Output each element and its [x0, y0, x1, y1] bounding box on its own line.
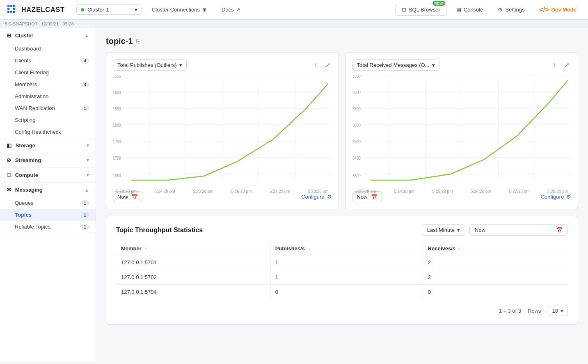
- table-row: 127.0.0.1:5701 1 2: [116, 255, 568, 270]
- members-badge: 4: [81, 82, 89, 87]
- svg-text:1750: 1750: [113, 139, 121, 144]
- rx-label-5: 5:27:28 pm: [509, 189, 529, 194]
- table-footer: 1 – 3 of 3 Rows 10 ▾: [116, 306, 568, 316]
- sidebar-item-members[interactable]: Members 4: [0, 78, 96, 90]
- topics-label: Topics: [15, 212, 32, 218]
- svg-text:3500: 3500: [352, 139, 361, 144]
- page-title-row: topic-1 ⎘: [106, 37, 578, 46]
- storage-chevron-icon: ▾: [87, 143, 89, 148]
- chart-right-title-select[interactable]: Total Received Messages (O... ▾: [352, 60, 439, 71]
- logo: HAZELCAST: [7, 4, 65, 16]
- rx-label-6: 5:28:28 pm: [547, 189, 568, 194]
- svg-text:3300: 3300: [352, 173, 361, 178]
- chart-left-title-select[interactable]: Total Publishes (Outliers) ▾: [113, 60, 187, 71]
- member-cell: 127.0.0.1:5701: [116, 255, 270, 270]
- dashboard-label: Dashboard: [15, 46, 41, 52]
- rows-label: Rows: [528, 308, 541, 314]
- col-member: Member ↑: [116, 242, 270, 255]
- sidebar-compute-header[interactable]: ⬡ Compute ▾: [0, 168, 96, 182]
- sidebar-streaming-header[interactable]: ⊘ Streaming ▾: [0, 153, 96, 167]
- sidebar-messaging-header[interactable]: ✉ Messaging ▲: [0, 183, 96, 197]
- stats-header: Topic Throughput Statistics Last Minute …: [116, 224, 568, 236]
- stats-table-body: 127.0.0.1:5701 1 2 127.0.0.1:5702 1 2 12…: [116, 255, 568, 300]
- chart-left-configure-button[interactable]: Configure ⚙: [301, 194, 332, 200]
- configure-gear-icon: ⚙: [327, 194, 332, 200]
- rows-per-page-value: 10: [552, 308, 558, 314]
- messaging-chevron-icon: ▲: [85, 188, 89, 192]
- rows-per-page-select[interactable]: 10 ▾: [548, 306, 568, 316]
- publishes-sort-icon[interactable]: ↑: [308, 246, 311, 251]
- chart-left-title: Total Publishes (Outliers): [117, 62, 177, 68]
- chart-left-dropdown-icon: ▾: [179, 62, 182, 68]
- x-label-1: 5:23:28 pm: [116, 189, 137, 194]
- chart-right-add-button[interactable]: ＋: [549, 60, 559, 70]
- messaging-section-icon: ✉: [7, 187, 11, 193]
- sidebar-item-clients[interactable]: Clients 4: [0, 55, 96, 66]
- x-label-3: 5:25:28 pm: [193, 189, 213, 194]
- stats-title: Topic Throughput Statistics: [116, 227, 203, 234]
- publishes-cell: 0: [270, 285, 423, 300]
- sidebar-item-scripting[interactable]: Scripting: [0, 114, 96, 126]
- chart-right-expand-button[interactable]: ⤢: [563, 60, 571, 70]
- stats-time-range-select[interactable]: Last Minute ▾: [422, 224, 465, 236]
- sidebar-item-administration[interactable]: Administration: [0, 90, 96, 102]
- console-icon: ▤: [456, 7, 461, 13]
- cluster-connections-label: Cluster Connections: [152, 7, 200, 13]
- reliable-topics-label: Reliable Topics: [15, 224, 50, 230]
- svg-text:3400: 3400: [352, 156, 361, 160]
- wan-replication-label: WAN Replication: [15, 105, 55, 111]
- sidebar-cluster-header[interactable]: ⊞ Cluster ▲: [0, 28, 96, 43]
- col-receives: Receives/s ↑: [423, 242, 568, 255]
- svg-text:1800: 1800: [113, 123, 121, 128]
- docs-external-icon: ↗: [236, 7, 240, 12]
- docs-button[interactable]: Docs ↗: [217, 4, 245, 15]
- x-label-6: 5:28:28 pm: [308, 189, 328, 194]
- sidebar-item-queues[interactable]: Queues 1: [0, 197, 96, 209]
- stats-time-range-label: Last Minute: [427, 227, 455, 233]
- sidebar-storage-header[interactable]: ◧ Storage ▾: [0, 138, 96, 153]
- sidebar-item-config-healthcheck[interactable]: Config Healthcheck: [0, 126, 96, 138]
- settings-button[interactable]: ⚙ Settings: [493, 4, 529, 15]
- x-label-2: 5:24:28 pm: [154, 189, 175, 194]
- compute-chevron-icon: ▾: [87, 172, 89, 178]
- sidebar-item-reliable-topics[interactable]: Reliable Topics 1: [0, 221, 96, 233]
- svg-rect-2: [13, 5, 15, 7]
- stats-time-value: Now: [475, 227, 485, 233]
- console-button[interactable]: ▤ Console: [451, 4, 488, 15]
- rx-label-4: 5:26:28 pm: [471, 189, 491, 194]
- stats-date-input[interactable]: Now 📅: [469, 224, 568, 236]
- receives-sort-icon[interactable]: ↑: [459, 246, 461, 251]
- col-publishes: Publishes/s ↑: [270, 242, 423, 255]
- logo-text: HAZELCAST: [21, 6, 65, 14]
- stats-table-head: Member ↑ Publishes/s ↑ Receives/s ↑: [116, 242, 568, 255]
- rx-label-3: 5:25:28 pm: [432, 189, 453, 194]
- sidebar-item-dashboard[interactable]: Dashboard: [0, 43, 96, 55]
- cluster-chevron-icon: ▲: [85, 33, 89, 38]
- copy-icon[interactable]: ⎘: [136, 38, 140, 45]
- sidebar: ⊞ Cluster ▲ Dashboard Clients 4 Client F…: [0, 28, 96, 361]
- chart-left-expand-button[interactable]: ⤢: [323, 60, 332, 70]
- streaming-section-label: Streaming: [15, 157, 41, 163]
- sidebar-item-client-filtering[interactable]: Client Filtering: [0, 66, 96, 78]
- chart-left-svg: 1950 1900 1850 1800 1750 1700 1650: [113, 76, 332, 186]
- sidebar-section-cluster: ⊞ Cluster ▲ Dashboard Clients 4 Client F…: [0, 28, 96, 138]
- col-receives-label: Receives/s: [428, 245, 455, 252]
- col-member-label: Member: [121, 245, 142, 252]
- sidebar-item-wan-replication[interactable]: WAN Replication 1: [0, 102, 96, 114]
- publishes-cell: 1: [270, 255, 423, 270]
- table-row: 127.0.0.1:5702 1 2: [116, 270, 568, 285]
- sidebar-item-topics[interactable]: Topics 1: [0, 209, 96, 221]
- chart-right-configure-button[interactable]: Configure ⚙: [541, 194, 571, 200]
- cluster-connections-plus-icon: ⊕: [202, 7, 207, 13]
- member-sort-icon[interactable]: ↑: [144, 246, 147, 251]
- sql-browser-button[interactable]: NEW ⊡ SQL Browser: [396, 4, 446, 16]
- clients-badge: 4: [81, 58, 89, 64]
- cluster-name: Cluster-1: [87, 7, 131, 13]
- chart-left-actions: ＋ ⤢: [310, 60, 332, 70]
- cluster-selector[interactable]: Cluster-1 ▾: [76, 5, 142, 15]
- chart-left-add-button[interactable]: ＋: [310, 60, 320, 70]
- cluster-connections-button[interactable]: Cluster Connections ⊕: [147, 4, 212, 15]
- dev-mode-button[interactable]: </> Dev Mode: [534, 4, 581, 16]
- chart-right-area: 3900 3800 3700 3600 3500 3400 3300 5:23:…: [352, 76, 572, 186]
- charts-row: Total Publishes (Outliers) ▾ ＋ ⤢: [106, 53, 578, 209]
